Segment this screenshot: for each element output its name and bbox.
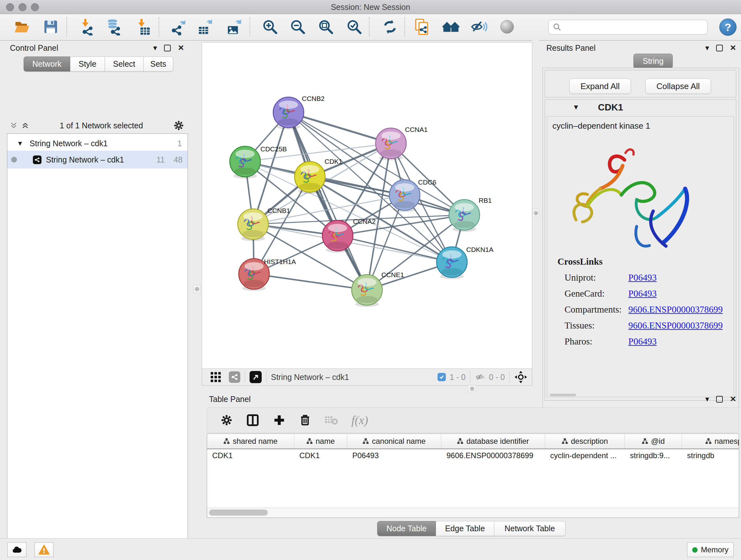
network-from-clipboard-button[interactable] xyxy=(413,17,431,37)
collapse-all-icon[interactable] xyxy=(10,121,18,130)
network-node-CCNE1[interactable] xyxy=(352,274,382,307)
crosslink-pharos-link[interactable]: P06493 xyxy=(628,336,657,347)
save-session-button[interactable] xyxy=(42,17,60,37)
crosslink-compartments-link[interactable]: 9606.ENSP00000378699 xyxy=(628,304,723,315)
node-section-header[interactable]: ▼ CDK1 xyxy=(545,100,736,115)
section-collapse-icon[interactable]: ▼ xyxy=(572,103,580,111)
expand-all-icon[interactable] xyxy=(21,121,29,130)
network-view-toolbar: String Network – cdk1 1 - 0 0 - 0 xyxy=(202,368,532,385)
network-edge-CCNB2-CCNA1[interactable] xyxy=(288,112,391,143)
expand-all-button[interactable]: Expand All xyxy=(569,78,631,94)
refresh-button[interactable] xyxy=(381,17,399,37)
help-button[interactable]: ? xyxy=(719,18,737,36)
export-table-button[interactable] xyxy=(195,17,214,37)
close-panel-icon[interactable]: ✕ xyxy=(730,395,736,403)
tab-style[interactable]: Style xyxy=(70,57,105,71)
warnings-button[interactable] xyxy=(35,543,54,557)
network-canvas[interactable]: CCNB2CCNA1CDC25BCDK1CDC6RB1CCNB1CCNA2CDK… xyxy=(202,43,532,369)
network-edge-CCNB2-CCNE1[interactable] xyxy=(288,112,367,290)
collection-expand-icon[interactable]: ▼ xyxy=(17,140,23,147)
close-panel-icon[interactable]: ✕ xyxy=(178,44,184,52)
table-row[interactable]: CDK1 CDK1 P06493 9606.ENSP00000378699 cy… xyxy=(207,449,739,462)
table-horizontal-scrollbar[interactable] xyxy=(207,508,739,517)
show-all-button[interactable] xyxy=(498,17,516,37)
import-table-icon xyxy=(135,18,152,36)
column-header-canonical-name[interactable]: canonical name xyxy=(347,434,441,449)
horizontal-splitter-handle[interactable] xyxy=(468,385,476,392)
import-table-button[interactable] xyxy=(134,17,152,37)
table-settings-button[interactable] xyxy=(220,414,232,426)
open-session-button[interactable] xyxy=(13,17,31,37)
network-node-CDC6[interactable] xyxy=(389,180,420,212)
crosslink-tissues-link[interactable]: 9606.ENSP00000378699 xyxy=(628,320,723,331)
zoom-fit-button[interactable] xyxy=(317,17,335,37)
network-selection-status: 1 of 1 Network selected xyxy=(29,121,173,130)
right-splitter-handle[interactable] xyxy=(532,209,539,217)
network-node-RB1[interactable] xyxy=(449,199,480,232)
left-splitter-handle[interactable] xyxy=(193,285,200,293)
network-node-CCNA1[interactable] xyxy=(376,128,406,160)
network-node-CDKN1A[interactable] xyxy=(436,247,467,279)
crosslink-uniprot-link[interactable]: P06493 xyxy=(628,272,657,283)
memory-button[interactable]: Memory xyxy=(687,543,734,557)
panel-menu-icon[interactable]: ▾ xyxy=(705,44,709,52)
column-header-database-identifier[interactable]: database identifier xyxy=(441,434,545,449)
gear-icon[interactable] xyxy=(173,120,184,131)
tab-select[interactable]: Select xyxy=(105,57,144,71)
create-column-button[interactable] xyxy=(273,414,286,427)
column-header-description[interactable]: description xyxy=(545,434,625,449)
tab-string[interactable]: String xyxy=(633,54,673,69)
crosslink-genecard-link[interactable]: P06493 xyxy=(628,288,657,299)
network-row-selected[interactable]: String Network – cdk1 11 48 xyxy=(7,151,188,169)
tab-node-table[interactable]: Node Table xyxy=(377,521,436,536)
control-panel: Control Panel ▾ ✕ Network Style Select S… xyxy=(0,40,202,538)
network-collection-row[interactable]: ▼ String Network – cdk1 1 xyxy=(7,136,188,151)
import-network-from-database-button[interactable] xyxy=(105,17,123,37)
panel-menu-icon[interactable]: ▾ xyxy=(705,395,709,403)
hide-selected-button[interactable] xyxy=(470,17,488,37)
float-panel-icon[interactable] xyxy=(716,396,723,402)
network-edge-CCNA2-CDKN1A[interactable] xyxy=(338,236,452,262)
import-network-button[interactable] xyxy=(78,17,96,37)
grid-view-icon[interactable] xyxy=(210,371,222,383)
tab-network-table[interactable]: Network Table xyxy=(494,521,565,536)
search-input[interactable] xyxy=(564,22,704,32)
export-image-button[interactable] xyxy=(224,17,243,37)
toolbar-search[interactable] xyxy=(548,20,708,35)
cell-id: stringdb:9... xyxy=(625,451,682,460)
network-node-CDK1[interactable] xyxy=(294,162,325,194)
cell-name: CDK1 xyxy=(294,451,347,460)
first-neighbors-button[interactable] xyxy=(442,17,460,37)
column-header-shared-name[interactable]: shared name xyxy=(207,434,294,449)
birds-eye-toggle-icon[interactable] xyxy=(514,370,528,384)
selected-checkbox[interactable] xyxy=(437,373,446,381)
gray-orb-icon xyxy=(500,20,514,34)
zoom-selected-button[interactable] xyxy=(345,17,363,37)
scrollbar-thumb[interactable] xyxy=(209,509,268,516)
column-header-name[interactable]: name xyxy=(294,434,347,449)
network-edge-HIST1H1A-CCNE1[interactable] xyxy=(254,274,367,290)
float-panel-icon[interactable] xyxy=(716,45,723,51)
export-network-button[interactable] xyxy=(169,17,187,37)
cloud-status-button[interactable] xyxy=(7,543,26,557)
column-header-namespace[interactable]: namespace xyxy=(682,434,739,449)
detach-view-icon[interactable] xyxy=(250,371,262,383)
results-panel: Results Panel ▾ ✕ String Expand All Coll… xyxy=(539,40,741,388)
float-panel-icon[interactable] xyxy=(164,45,171,51)
collapse-all-button[interactable]: Collapse All xyxy=(645,78,711,94)
open-folder-icon xyxy=(14,18,30,35)
close-panel-icon[interactable]: ✕ xyxy=(730,44,736,52)
column-label: namespace xyxy=(715,437,739,446)
zoom-in-button[interactable] xyxy=(261,17,279,37)
column-header-id[interactable]: @id xyxy=(625,434,682,449)
zoom-out-button[interactable] xyxy=(288,17,307,37)
show-columns-button[interactable] xyxy=(246,414,259,427)
tab-network[interactable]: Network xyxy=(23,57,70,71)
tab-sets[interactable]: Sets xyxy=(144,57,173,71)
panel-menu-icon[interactable]: ▾ xyxy=(153,44,157,52)
network-node-CDC25B[interactable] xyxy=(230,146,260,179)
network-node-CCNB1[interactable] xyxy=(238,209,268,241)
tab-edge-table[interactable]: Edge Table xyxy=(436,521,494,536)
delete-columns-button[interactable] xyxy=(299,414,311,426)
network-share-icon[interactable] xyxy=(229,371,240,383)
